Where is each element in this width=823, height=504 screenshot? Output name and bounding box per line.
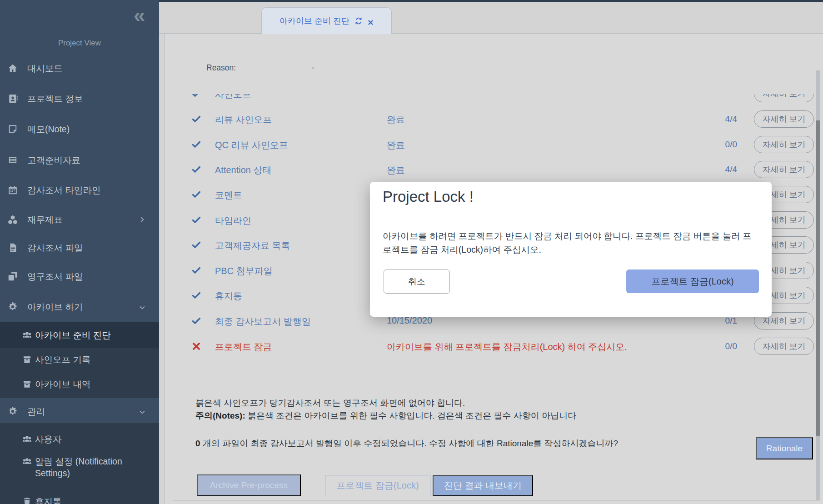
- rationale-count: 0: [195, 439, 200, 448]
- notes-line2-rest: 붉은색 조건은 아카이브를 위한 필수 사항입니다. 검은색 조건은 필수 사항…: [245, 411, 576, 420]
- cubes-icon: [8, 215, 18, 225]
- sidebar-item-label: 재무제표: [27, 214, 63, 226]
- sidebar-item-dashboard[interactable]: 대시보드: [0, 59, 159, 77]
- sidebar-item-label: 사용자: [35, 433, 62, 445]
- sidebar-item-label: 아카이브 내역: [35, 378, 90, 390]
- archive-box-icon: [22, 355, 32, 364]
- sidebar-item-trash[interactable]: 휴지통: [0, 492, 159, 504]
- modal-cancel-button[interactable]: 취소: [384, 269, 450, 294]
- sidebar-item-label: 관리: [27, 405, 45, 418]
- sidebar-item-project-info[interactable]: 프로젝트 정보: [0, 90, 159, 108]
- check-icon: [192, 115, 201, 124]
- check-icon: [192, 316, 201, 325]
- project-lock-modal: Project Lock ! 아카이브를 하려면 프로젝트가 반드시 잠금 처리…: [370, 182, 772, 317]
- modal-confirm-lock-button[interactable]: 프로젝트 잠금(Lock): [626, 269, 759, 293]
- sidebar-item-timeline[interactable]: 감사조서 타임라인: [0, 181, 159, 199]
- close-icon[interactable]: [368, 18, 374, 24]
- checklist-row-error: 프로젝트 잠금 아카이브를 위해 프로젝트를 잠금처리(Lock) 하여 주십시…: [164, 338, 823, 355]
- sidebar-item-users[interactable]: 사용자: [0, 430, 159, 448]
- rationale-button[interactable]: Rationale: [756, 437, 813, 459]
- tab-bar: [159, 2, 823, 34]
- checklist-row: Attention 상태 완료 4/4 자세히 보기: [164, 161, 823, 178]
- sidebar-header: Project View: [0, 39, 159, 48]
- calendar-icon: [8, 185, 18, 195]
- gear-icon: [8, 406, 18, 416]
- sidebar-item-archive-history[interactable]: 아카이브 내역: [0, 375, 159, 393]
- project-lock-button[interactable]: 프로젝트 잠금(Lock): [325, 475, 430, 496]
- reason-label: Reason:: [206, 63, 236, 73]
- sidebar-item-notification-settings[interactable]: 알림 설정 (Notification Settings): [0, 455, 159, 479]
- sidebar-item-memo[interactable]: 메모(Note): [0, 120, 159, 138]
- trash-icon: [22, 497, 32, 504]
- check-icon: [192, 94, 201, 98]
- sidebar-item-label: 메모(Note): [27, 123, 70, 135]
- notes-line2-bold: 주의(Notes):: [195, 411, 245, 420]
- check-icon: [192, 165, 201, 174]
- check-icon: [192, 215, 201, 225]
- detail-button[interactable]: 자세히 보기: [754, 161, 814, 178]
- sidebar-item-signoff-records[interactable]: 사인오프 기록: [0, 350, 159, 369]
- reason-value: -: [312, 63, 314, 73]
- checklist-row: 사인오프 - 자세히 보기: [164, 94, 823, 102]
- rationale-question: 0 개의 파일이 최종 감사보고서 발행일 이후 수정되었습니다. 수정 사항에…: [195, 438, 618, 449]
- app-window: « Project View 대시보드 프로젝트 정보 메모(Note) 고객준…: [0, 0, 823, 504]
- detail-button[interactable]: 자세히 보기: [754, 110, 814, 128]
- gear-icon: [8, 302, 18, 312]
- x-icon: [192, 342, 201, 351]
- sidebar-item-label: 아카이브 하기: [27, 301, 83, 313]
- archive-box-icon: [22, 379, 32, 389]
- check-icon: [192, 291, 201, 300]
- chevron-right-icon: [139, 216, 146, 223]
- users-icon: [22, 330, 32, 340]
- list-icon: [8, 155, 18, 165]
- file-icon: [8, 243, 18, 253]
- modal-title: Project Lock !: [383, 188, 474, 205]
- sidebar-collapse-icon[interactable]: «: [134, 5, 145, 25]
- sidebar-item-label: 감사조서 타임라인: [27, 184, 100, 196]
- detail-button[interactable]: 자세히 보기: [754, 338, 814, 355]
- sidebar-item-archive-section[interactable]: 아카이브 하기: [0, 298, 159, 316]
- detail-button[interactable]: 자세히 보기: [754, 94, 814, 102]
- check-icon: [192, 140, 201, 149]
- sidebar-item-label: 영구조서 파일: [27, 270, 83, 283]
- sidebar-item-permanent-files[interactable]: 영구조서 파일: [0, 267, 159, 285]
- sidebar-item-financial-statements[interactable]: 재무제표: [0, 210, 159, 229]
- sidebar-item-label: 대시보드: [27, 62, 63, 75]
- sidebar-item-label: 아카이브 준비 진단: [35, 329, 111, 341]
- sidebar-item-archive-readiness[interactable]: 아카이브 준비 진단: [0, 326, 159, 344]
- archive-preprocess-button[interactable]: Archive Pre-process: [197, 474, 301, 496]
- sidebar-item-client-materials[interactable]: 고객준비자료: [0, 151, 159, 169]
- check-icon: [192, 240, 201, 250]
- detail-button[interactable]: 자세히 보기: [754, 136, 814, 153]
- sidebar-item-label: 사인오프 기록: [35, 354, 90, 366]
- checklist-row: 리뷰 사인오프 완료 4/4 자세히 보기: [164, 110, 823, 128]
- footer-divider: [173, 500, 820, 501]
- sidebar-item-label: 고객준비자료: [27, 154, 80, 166]
- sidebar-item-label: 감사조서 파일: [27, 242, 83, 254]
- export-result-button[interactable]: 진단 결과 내보내기: [433, 475, 533, 496]
- users-icon: [22, 434, 32, 444]
- rationale-question-text: 개의 파일이 최종 감사보고서 발행일 이후 수정되었습니다. 수정 사항에 대…: [200, 439, 618, 448]
- tab-label: 아카이브 준비 진단: [279, 15, 349, 26]
- address-book-icon: [8, 94, 18, 104]
- tab-archive-readiness[interactable]: 아카이브 준비 진단: [261, 7, 392, 34]
- refresh-icon[interactable]: [355, 17, 362, 25]
- home-icon: [8, 63, 18, 73]
- clone-icon: [8, 271, 18, 281]
- note-icon: [8, 124, 18, 134]
- check-icon: [192, 190, 201, 199]
- chevron-down-icon: [139, 304, 146, 311]
- sidebar-item-label: 프로젝트 정보: [27, 93, 83, 105]
- notes-line2: 주의(Notes): 붉은색 조건은 아카이브를 위한 필수 사항입니다. 검은…: [195, 410, 576, 422]
- check-icon: [192, 266, 201, 275]
- sidebar: « Project View 대시보드 프로젝트 정보 메모(Note) 고객준…: [0, 0, 159, 504]
- notes-line1: 붉은색 사인오프가 당기감사조서 또는 영구조서 화면에 없어야 합니다.: [195, 397, 465, 409]
- checklist-row: QC 리뷰 사인오프 완료 0/0 자세히 보기: [164, 136, 823, 153]
- modal-body-text: 아카이브를 하려면 프로젝트가 반드시 잠금 처리 되어야 합니다. 프로젝트 …: [383, 229, 754, 256]
- sidebar-item-audit-files[interactable]: 감사조서 파일: [0, 239, 159, 257]
- chevron-down-icon: [139, 409, 146, 416]
- sidebar-item-label: 휴지통: [35, 495, 62, 504]
- users-icon: [22, 457, 32, 466]
- scrollbar-thumb[interactable]: [816, 120, 820, 436]
- sidebar-item-admin-section[interactable]: 관리: [0, 402, 159, 420]
